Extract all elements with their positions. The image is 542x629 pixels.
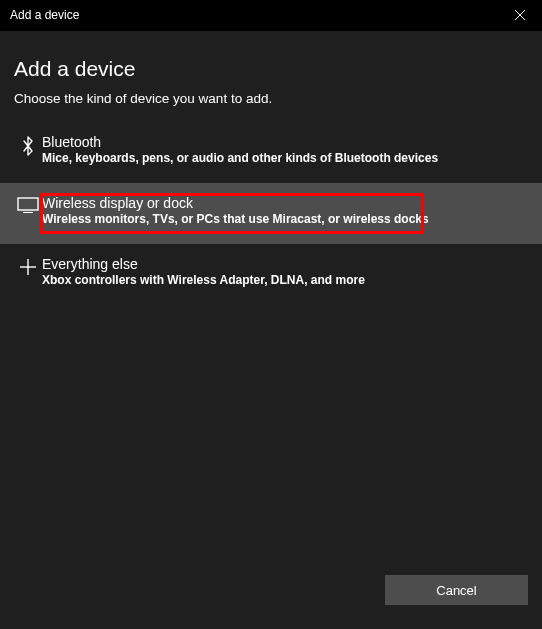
device-options: Bluetooth Mice, keyboards, pens, or audi… — [0, 122, 542, 305]
page-subtitle: Choose the kind of device you want to ad… — [14, 91, 528, 106]
option-label: Everything else — [42, 256, 528, 272]
close-button[interactable] — [497, 0, 542, 31]
window-title: Add a device — [10, 8, 79, 22]
option-label: Wireless display or dock — [42, 195, 528, 211]
display-icon — [14, 197, 42, 213]
plus-icon — [14, 258, 42, 276]
cancel-button[interactable]: Cancel — [385, 575, 528, 605]
svg-rect-2 — [18, 198, 38, 210]
titlebar: Add a device — [0, 0, 542, 31]
header: Add a device Choose the kind of device y… — [0, 31, 542, 122]
footer: Cancel — [0, 563, 542, 629]
option-description: Xbox controllers with Wireless Adapter, … — [42, 273, 528, 287]
option-description: Wireless monitors, TVs, or PCs that use … — [42, 212, 528, 226]
option-bluetooth[interactable]: Bluetooth Mice, keyboards, pens, or audi… — [0, 122, 542, 183]
page-title: Add a device — [14, 57, 528, 81]
option-wireless-display[interactable]: Wireless display or dock Wireless monito… — [0, 183, 542, 244]
close-icon — [515, 10, 525, 20]
option-everything-else[interactable]: Everything else Xbox controllers with Wi… — [0, 244, 542, 305]
option-description: Mice, keyboards, pens, or audio and othe… — [42, 151, 528, 165]
bluetooth-icon — [14, 136, 42, 156]
option-label: Bluetooth — [42, 134, 528, 150]
